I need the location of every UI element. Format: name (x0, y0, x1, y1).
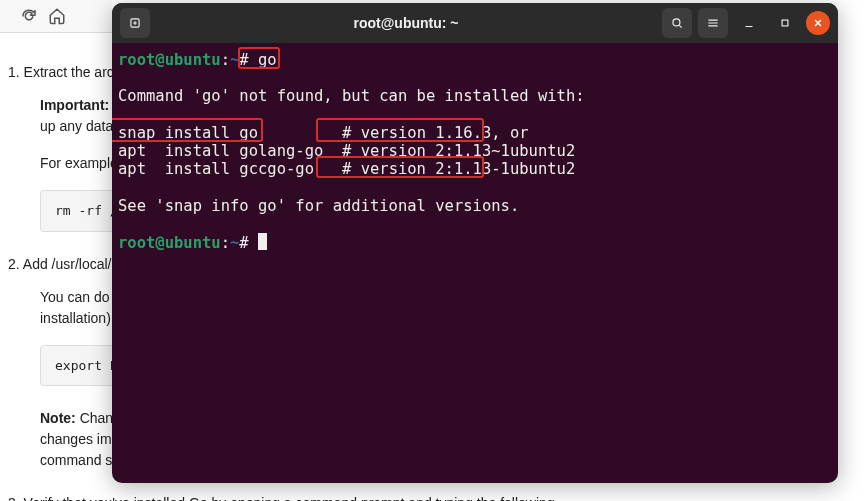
note-label: Note: (40, 410, 76, 426)
menu-button[interactable] (698, 8, 728, 38)
out-apt2a: apt install gccgo-go (118, 160, 342, 178)
step3-intro: 3. Verify that you've installed Go by op… (8, 493, 620, 501)
out-snap-trail: or (501, 124, 529, 142)
window-title: root@ubuntu: ~ (150, 15, 662, 31)
titlebar: root@ubuntu: ~ (112, 3, 838, 43)
prompt2-symbol: # (239, 234, 248, 252)
new-tab-button[interactable] (120, 8, 150, 38)
reload-icon[interactable] (20, 7, 38, 25)
svg-point-1 (673, 19, 680, 26)
out-snap: snap install go (118, 124, 258, 142)
out-apt2c: 1ubuntu2 (501, 160, 576, 178)
search-button[interactable] (662, 8, 692, 38)
out-apt2b: # version 2:1.13- (342, 160, 501, 178)
out-line1: Command 'go' not found, but can be insta… (118, 87, 585, 105)
prompt-user: root@ubuntu (118, 51, 221, 69)
terminal-window: root@ubuntu: ~ root@ubuntu:~# go Command… (112, 3, 838, 483)
prompt2-path: ~ (230, 234, 239, 252)
maximize-button[interactable] (770, 8, 800, 38)
out-snap-comment: # version 1.16.3, (342, 124, 501, 142)
cmd1: go (258, 51, 277, 69)
out-line5: See 'snap info go' for additional versio… (118, 197, 519, 215)
prompt-path: ~ (230, 51, 239, 69)
cursor (258, 233, 267, 250)
home-icon[interactable] (48, 7, 66, 25)
important-label: Important: (40, 97, 109, 113)
svg-rect-2 (782, 20, 788, 26)
prompt2-user: root@ubuntu (118, 234, 221, 252)
minimize-button[interactable] (734, 8, 764, 38)
close-button[interactable] (806, 11, 830, 35)
prompt-symbol: # (239, 51, 248, 69)
browser-toolbar (0, 0, 112, 33)
terminal-body[interactable]: root@ubuntu:~# go Command 'go' not found… (112, 43, 838, 483)
out-apt1: apt install golang-go # version 2:1.13~1… (118, 142, 575, 160)
